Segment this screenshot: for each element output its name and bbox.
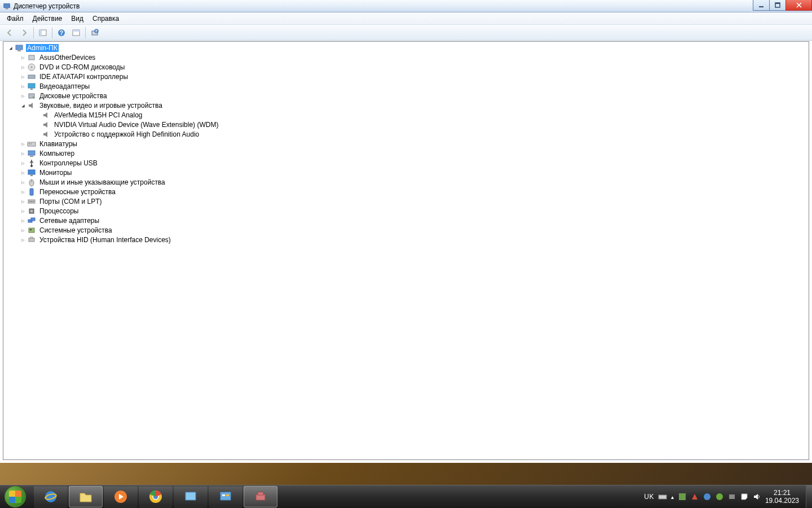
tree-node-1[interactable]: ▷DVD и CD-ROM дисководы: [3, 62, 809, 72]
generic-icon: [27, 53, 36, 62]
clock[interactable]: 21:21 19.04.2023: [765, 489, 799, 505]
tree-node-16[interactable]: ▷Устройства HID (Human Interface Devices…: [3, 235, 809, 244]
sound-icon: [27, 101, 36, 110]
svg-rect-20: [30, 89, 33, 90]
expand-icon[interactable]: ▷: [20, 160, 26, 166]
tree-child-5-0[interactable]: AVerMedia M15H PCI Analog: [3, 110, 809, 120]
tree-node-label: Контроллеры USB: [38, 159, 99, 167]
svg-rect-2: [759, 6, 764, 7]
scan-hardware-button[interactable]: [88, 26, 102, 40]
language-indicator[interactable]: UK: [644, 493, 654, 501]
close-button[interactable]: [785, 0, 812, 11]
tray-volume-icon[interactable]: [752, 492, 761, 501]
collapse-icon[interactable]: ◢: [20, 103, 26, 108]
taskbar-app1[interactable]: [174, 486, 208, 507]
show-desktop-button[interactable]: [806, 485, 812, 508]
expand-icon[interactable]: ▷: [20, 84, 26, 89]
menu-view[interactable]: Вид: [67, 14, 88, 24]
expand-icon[interactable]: ▷: [20, 189, 26, 195]
tree-node-8[interactable]: ▷Контроллеры USB: [3, 158, 809, 168]
tree-node-9[interactable]: ▷Мониторы: [3, 168, 809, 177]
svg-rect-51: [186, 492, 196, 500]
tray-action-center-icon[interactable]: [740, 492, 749, 501]
ide-icon: [27, 72, 36, 81]
menubar: Файл Действие Вид Справка: [0, 12, 812, 25]
tray-icon-1[interactable]: [678, 492, 687, 501]
tree-node-4[interactable]: ▷Дисковые устройства: [3, 91, 809, 100]
svg-rect-0: [4, 3, 10, 7]
svg-rect-54: [226, 494, 229, 496]
minimize-button[interactable]: [753, 0, 770, 11]
titlebar[interactable]: Диспетчер устройств: [0, 0, 812, 12]
maximize-button[interactable]: [769, 0, 786, 11]
tray-nvidia-icon[interactable]: [715, 492, 724, 501]
expand-icon[interactable]: ▷: [20, 237, 26, 243]
back-button[interactable]: [3, 26, 16, 40]
menu-action[interactable]: Действие: [28, 14, 67, 24]
svg-rect-1: [5, 8, 8, 9]
tree-node-10[interactable]: ▷Мыши и иные указывающие устройства: [3, 177, 809, 187]
svg-rect-58: [679, 493, 686, 500]
expand-icon[interactable]: ▷: [20, 141, 26, 147]
expand-icon[interactable]: ▷: [20, 218, 26, 224]
expand-icon[interactable]: ▷: [20, 199, 26, 204]
expand-icon[interactable]: ▷: [20, 64, 26, 70]
device-tree[interactable]: ◢Admin-ПК▷AsusOtherDevices▷DVD и CD-ROM …: [3, 41, 809, 460]
expand-icon[interactable]: ▷: [20, 93, 26, 99]
svg-rect-44: [29, 238, 34, 242]
svg-rect-18: [28, 75, 35, 78]
tray-expand-icon[interactable]: ▴: [671, 494, 674, 500]
tree-root[interactable]: ◢Admin-ПК: [3, 43, 809, 52]
tree-node-11[interactable]: ▷Переносные устройства: [3, 187, 809, 196]
tree-node-2[interactable]: ▷IDE ATA/ATAPI контроллеры: [3, 72, 809, 81]
tray-icon-5[interactable]: [727, 492, 736, 501]
tree-child-5-2[interactable]: Устройство с поддержкой High Definition …: [3, 129, 809, 139]
collapse-icon[interactable]: ◢: [8, 45, 14, 51]
expand-icon[interactable]: ▷: [20, 227, 26, 233]
svg-rect-14: [17, 50, 21, 51]
taskbar-media-player[interactable]: [104, 486, 138, 507]
taskbar-explorer[interactable]: [69, 486, 103, 507]
taskbar-device-manager[interactable]: [244, 486, 277, 507]
svg-rect-52: [220, 492, 231, 500]
forward-button[interactable]: [17, 26, 31, 40]
properties-button[interactable]: [69, 26, 83, 40]
menu-help[interactable]: Справка: [88, 14, 123, 24]
clock-time: 21:21: [765, 489, 799, 497]
portable-icon: [27, 187, 36, 196]
menu-file[interactable]: Файл: [2, 14, 28, 24]
sound-icon: [42, 111, 51, 120]
tree-node-6[interactable]: ▷Клавиатуры: [3, 139, 809, 148]
system-icon: [27, 226, 36, 235]
taskbar-ie[interactable]: [34, 486, 68, 507]
expand-icon[interactable]: ▷: [20, 55, 26, 60]
tree-child-5-1[interactable]: NVIDIA Virtual Audio Device (Wave Extens…: [3, 120, 809, 129]
tree-node-5[interactable]: ◢Звуковые, видео и игровые устройства: [3, 100, 809, 110]
expand-icon[interactable]: ▷: [20, 151, 26, 156]
help-button[interactable]: ?: [55, 26, 68, 40]
tree-node-13[interactable]: ▷Процессоры: [3, 206, 809, 216]
expand-icon[interactable]: ▷: [20, 179, 26, 185]
tray-icon-3[interactable]: [703, 492, 712, 501]
tree-node-3[interactable]: ▷Видеоадаптеры: [3, 81, 809, 91]
taskbar-chrome[interactable]: [139, 486, 173, 507]
start-button[interactable]: [0, 485, 30, 508]
tree-node-15[interactable]: ▷Системные устройства: [3, 225, 809, 235]
taskbar[interactable]: UK ▴ 21:21 19.04.2023: [0, 485, 812, 508]
show-hide-console-button[interactable]: [36, 26, 50, 40]
svg-point-28: [30, 165, 33, 167]
monitor-icon: [27, 168, 36, 177]
tree-node-7[interactable]: ▷Компьютер: [3, 148, 809, 158]
expand-icon[interactable]: ▷: [20, 208, 26, 214]
tree-node-0[interactable]: ▷AsusOtherDevices: [3, 52, 809, 62]
expand-icon[interactable]: ▷: [20, 170, 26, 176]
tree-node-14[interactable]: ▷Сетевые адаптеры: [3, 216, 809, 225]
svg-point-37: [33, 201, 34, 202]
keyboard-tray-icon[interactable]: [658, 492, 667, 501]
expand-icon[interactable]: ▷: [20, 74, 26, 80]
svg-rect-4: [775, 3, 780, 4]
tree-node-12[interactable]: ▷Порты (COM и LPT): [3, 196, 809, 206]
tray-icon-2[interactable]: [690, 492, 699, 501]
taskbar-control-panel[interactable]: [209, 486, 242, 507]
svg-text:?: ?: [60, 30, 63, 36]
